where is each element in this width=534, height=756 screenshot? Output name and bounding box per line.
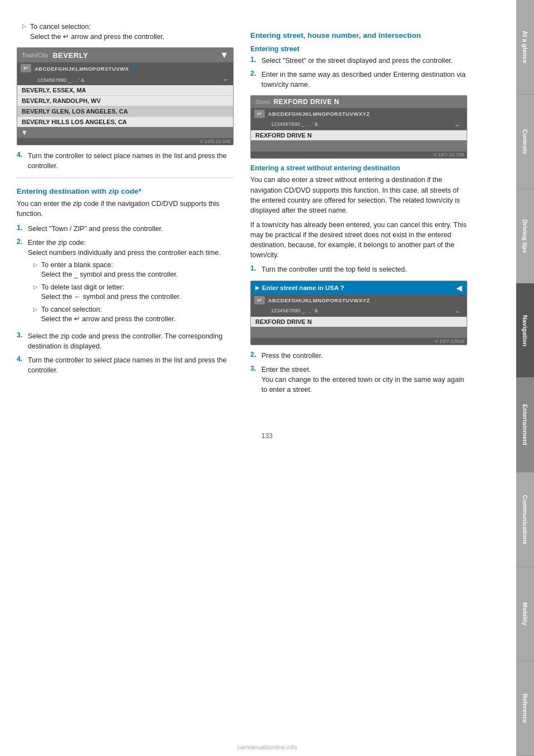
sub-item-blank: ▷ To enter a blank space: Select the _ s…: [33, 261, 221, 280]
tab-entertainment[interactable]: Entertainment: [516, 378, 534, 473]
nav-numbers-row: 1234567890 _ . , ' & ←: [17, 74, 233, 85]
sub-cancel-text: To cancel selection: Select the ↵ arrow …: [41, 305, 176, 325]
nav-keyboard-row: ↵ ABCDEFGHIJKLMNOPORSTUVWX Z: [17, 62, 233, 74]
street-ui-bottom-bar: [251, 140, 467, 151]
street-step-1: 1. Select "Street" or the street display…: [250, 56, 467, 66]
step-4-text: Turn the controller to select place name…: [28, 151, 234, 171]
no-dest-step-3: 3. Enter the street. You can change to t…: [250, 365, 467, 395]
tab-at-a-glance[interactable]: At a glance: [516, 0, 534, 95]
no-dest-step-3-num: 3.: [250, 365, 261, 395]
street-back-arrow-icon: ←: [454, 121, 461, 129]
cancel-selection-text: To cancel selection: Select the ↵ arrow …: [30, 22, 165, 42]
footer-watermark: carmanualsonline.info: [237, 744, 296, 750]
zip-steps-list: 1. Select "Town / ZIP" and press the con…: [17, 224, 234, 376]
street-ui-header: Street REXFORD DRIVE N: [251, 96, 467, 108]
nav-ui-caption: V 14/5.15.948: [17, 138, 233, 145]
street-ui-caption: V 19/7.15.398: [251, 151, 467, 158]
zip-step-2: 2. Enter the zip code: Select numbers in…: [17, 238, 234, 327]
page-number: 133: [0, 432, 534, 445]
nav-ui-header: Town/City BEVERLY ▼: [17, 48, 233, 62]
nav-back-icon: ↵: [21, 64, 31, 72]
enter-street-value: Enter street name in USA ?: [262, 284, 344, 291]
enter-street-numbers-row: 1234567890 _ . , ' & ←: [251, 306, 467, 317]
enter-street-back-icon: ↵: [254, 296, 265, 305]
side-tabs: At a glance Controls Driving tips Naviga…: [516, 0, 534, 756]
no-dest-step-2: 2. Press the controller.: [250, 351, 467, 361]
sub-item-cancel: ▷ To cancel selection: Select the ↵ arro…: [33, 305, 221, 325]
street-step-2-num: 2.: [250, 70, 261, 90]
street-step-1-text: Select "Street" or the street displayed …: [261, 56, 453, 66]
zip-step-4-num: 4.: [17, 355, 28, 375]
nav-header-label: Town/City: [22, 52, 48, 58]
enter-street-result: REXFORD DRIVE N: [251, 317, 467, 327]
zip-step-1-num: 1.: [17, 224, 28, 234]
zip-step-4: 4. Turn the controller to select place n…: [17, 355, 234, 375]
zip-section-heading: Entering destination with zip code*: [17, 187, 234, 195]
triangle-icon: ▷: [33, 283, 38, 302]
step-4-item: 4. Turn the controller to select place n…: [17, 151, 234, 171]
no-dest-step-1-text: Turn the controller until the top field …: [261, 264, 407, 274]
cancel-selection-item: ▷ To cancel selection: Select the ↵ arro…: [22, 22, 234, 42]
list-item: BEVERLY GLEN, LOS ANGELES, CA: [17, 106, 233, 116]
enter-street-keyboard-row: ↵ ABCDEFGHIJKLMNOPORSTUVWXYZ: [251, 294, 467, 306]
no-dest-step-2-num: 2.: [250, 351, 261, 361]
street-step-2: 2. Enter in the same way as described un…: [250, 70, 467, 90]
street-sub-heading: Entering street: [250, 45, 467, 53]
list-item: BEVERLY HILLS LOS ANGELES, CA: [17, 116, 233, 127]
tab-mobility[interactable]: Mobility: [516, 567, 534, 662]
street-back-icon: ↵: [254, 110, 265, 118]
zip-step-1-text: Select "Town / ZIP" and press the contro…: [28, 224, 163, 234]
zip-step-3-text: Select the zip code and press the contro…: [28, 331, 234, 351]
street-numbers-row: 1234567890 _ . , ' & ←: [251, 120, 467, 130]
sub-item-delete: ▷ To delete last digit or letter: Select…: [33, 283, 221, 302]
no-dest-step-1-num: 1.: [250, 264, 261, 274]
no-dest-step-3-text: Enter the street. You can change to the …: [261, 365, 467, 395]
sub-blank-text: To enter a blank space: Select the _ sym…: [41, 261, 178, 280]
enter-street-back-arrow-icon: ←: [454, 307, 461, 316]
triangle-icon: ▷: [33, 261, 38, 280]
zip-intro-text: You can enter the zip code if the naviga…: [17, 199, 234, 219]
street-letters: ABCDEFGHIJKLMNOPORSTUVWXYZ: [268, 111, 370, 117]
street-nav-ui: Street REXFORD DRIVE N ↵ ABCDEFGHIJKLMNO…: [250, 95, 467, 159]
street-result: REXFORD DRIVE N: [251, 130, 467, 140]
nav-header-arrow-icon: ▼: [220, 50, 229, 60]
zip-step-4-text: Turn the controller to select place name…: [28, 355, 234, 375]
zip-step-2-num: 2.: [17, 238, 28, 327]
street-step-2-text: Enter in the same way as described under…: [261, 70, 467, 90]
zip-step-3-num: 3.: [17, 331, 28, 351]
nav-numbers: 1234567890 _ . , ' &: [37, 77, 85, 83]
zip-step-3: 3. Select the zip code and press the con…: [17, 331, 234, 351]
street-header-label: Street: [255, 99, 270, 105]
enter-street-tri-icon: ▶: [255, 284, 260, 291]
sub-delete-text: To delete last digit or letter: Select t…: [41, 283, 181, 302]
nav-header-value: BEVERLY: [53, 51, 88, 60]
enter-street-ui: ▶ Enter street name in USA ? ◀ ↵ ABCDEFG…: [250, 281, 467, 345]
nav-scroll-icon: ▼: [21, 128, 28, 137]
enter-street-arrow-icon: ◀: [456, 283, 462, 292]
right-column: Entering street, house number, and inter…: [250, 22, 467, 399]
list-item: BEVERLY, ESSEX, MA: [17, 85, 233, 95]
triangle-icon: ▷: [22, 23, 27, 42]
main-section-heading: Entering street, house number, and inter…: [250, 31, 467, 40]
enter-street-ui-caption: V 19/7.12548: [251, 338, 467, 345]
zip-step-2-text: Enter the zip code: Select numbers indiv…: [28, 238, 221, 327]
tab-navigation[interactable]: Navigation: [516, 283, 534, 378]
tab-communications[interactable]: Communications: [516, 473, 534, 567]
enter-street-letters: ABCDEFGHIJKLMNOPORSTUVWXYZ: [268, 297, 370, 303]
main-content: ▷ To cancel selection: Select the ↵ arro…: [0, 0, 516, 421]
nav-keyboard-letters: ABCDEFGHIJKLMNOPORSTUVWX Z: [34, 65, 135, 72]
no-dest-para2: If a town/city has already been entered,…: [250, 220, 467, 261]
no-dest-heading: Entering a street without entering desti…: [250, 164, 467, 172]
zip-step-1: 1. Select "Town / ZIP" and press the con…: [17, 224, 234, 234]
tab-controls[interactable]: Controls: [516, 95, 534, 189]
zip-step-2-subitems: ▷ To enter a blank space: Select the _ s…: [28, 261, 221, 325]
tab-reference[interactable]: Reference: [516, 661, 534, 756]
street-keyboard-row: ↵ ABCDEFGHIJKLMNOPORSTUVWXYZ: [251, 108, 467, 120]
left-column: ▷ To cancel selection: Select the ↵ arro…: [17, 22, 234, 399]
list-item: BEVERLY, RANDOLPH, WV: [17, 95, 233, 106]
tab-driving-tips[interactable]: Driving tips: [516, 189, 534, 284]
no-dest-step-1: 1. Turn the controller until the top fie…: [250, 264, 467, 274]
enter-street-bottom-bar: [251, 327, 467, 338]
no-dest-para1: You can also enter a street without ente…: [250, 175, 467, 215]
street-step-1-num: 1.: [250, 56, 261, 66]
